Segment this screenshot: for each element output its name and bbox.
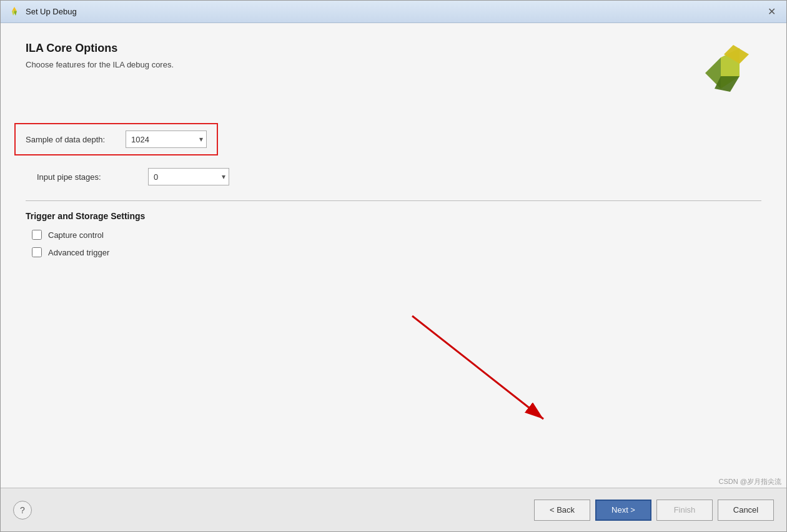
dialog-window: Set Up Debug ✕ ILA Core Options Choose f… <box>0 0 787 532</box>
input-pipe-stages-select[interactable]: 0 1 2 3 4 5 6 <box>148 168 229 185</box>
svg-marker-1 <box>14 11 17 16</box>
logo-container <box>686 42 761 104</box>
svg-marker-2 <box>12 11 14 16</box>
advanced-trigger-label: Advanced trigger <box>48 248 109 257</box>
footer-right: < Back Next > Finish Cancel <box>534 500 774 521</box>
capture-control-row: Capture control <box>32 230 761 240</box>
sample-depth-row: Sample of data depth: 1024 512 256 128 6… <box>14 123 218 155</box>
input-pipe-stages-label: Input pipe stages: <box>37 172 148 182</box>
sample-depth-select[interactable]: 1024 512 256 128 64 32 <box>126 131 207 148</box>
content-header: ILA Core Options Choose features for the… <box>26 42 761 104</box>
header-left: ILA Core Options Choose features for the… <box>26 42 686 69</box>
main-content: ILA Core Options Choose features for the… <box>1 23 786 488</box>
footer-left: ? <box>13 501 32 520</box>
input-pipe-stages-select-wrapper: 0 1 2 3 4 5 6 <box>148 168 229 185</box>
capture-control-label: Capture control <box>48 230 104 240</box>
sample-depth-select-wrapper: 1024 512 256 128 64 32 <box>126 131 207 148</box>
title-bar: Set Up Debug ✕ <box>1 1 786 23</box>
app-icon <box>8 6 21 18</box>
form-area: Sample of data depth: 1024 512 256 128 6… <box>26 123 761 475</box>
section-divider <box>26 200 761 201</box>
sample-depth-label: Sample of data depth: <box>26 135 126 144</box>
advanced-trigger-checkbox[interactable] <box>32 247 42 257</box>
help-button[interactable]: ? <box>13 501 32 520</box>
next-button[interactable]: Next > <box>595 500 651 521</box>
finish-button[interactable]: Finish <box>656 500 713 521</box>
svg-marker-0 <box>12 7 17 11</box>
cancel-button[interactable]: Cancel <box>718 500 774 521</box>
watermark: CSDN @岁月指尖流 <box>719 477 781 486</box>
dialog-title: Set Up Debug <box>26 7 77 16</box>
input-pipe-stages-row: Input pipe stages: 0 1 2 3 4 5 6 <box>26 165 761 188</box>
title-bar-left: Set Up Debug <box>8 6 77 18</box>
advanced-trigger-row: Advanced trigger <box>32 247 761 257</box>
close-button[interactable]: ✕ <box>764 4 779 19</box>
capture-control-checkbox[interactable] <box>32 230 42 240</box>
back-button[interactable]: < Back <box>534 500 590 521</box>
page-title: ILA Core Options <box>26 42 686 55</box>
page-subtitle: Choose features for the ILA debug cores. <box>26 60 686 69</box>
section-title: Trigger and Storage Settings <box>26 211 761 221</box>
vivado-logo <box>686 42 761 104</box>
footer: ? < Back Next > Finish Cancel <box>1 488 786 531</box>
